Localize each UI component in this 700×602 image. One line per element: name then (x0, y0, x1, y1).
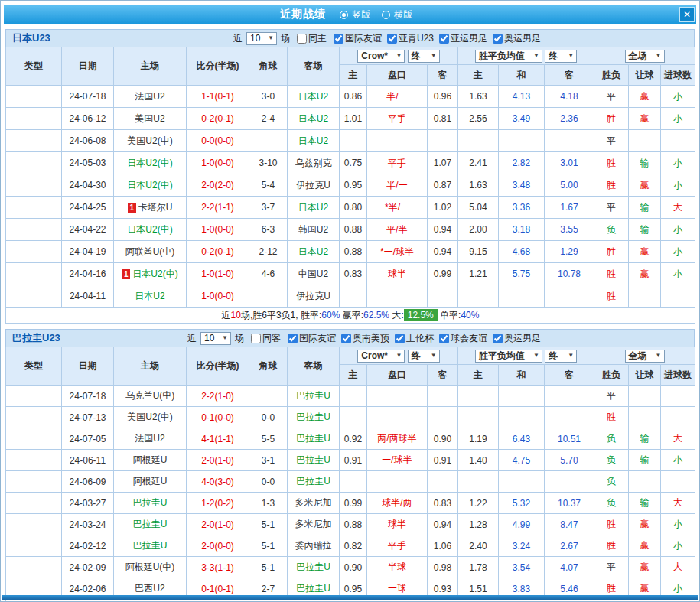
col-header-avg-draw: 和 (499, 365, 545, 386)
cell-avg-home-odds: 1.40 (458, 450, 499, 471)
layout-radio-group: 竖版 横版 (340, 8, 420, 21)
match-count-select[interactable]: 10▼ (246, 32, 277, 45)
chevron-down-icon: ▼ (656, 53, 662, 59)
same-venue-filter[interactable]: 同主 (291, 32, 327, 45)
horizontal-radio[interactable] (382, 11, 390, 19)
league-checkbox[interactable] (387, 34, 397, 44)
league-filter[interactable]: 亚运男足 (434, 32, 487, 45)
cell-avg-home-odds: 2.00 (458, 219, 499, 241)
league-checkbox[interactable] (439, 34, 449, 44)
same-venue-checkbox[interactable] (251, 334, 261, 343)
cell-avg-away-odds: 10.37 (545, 493, 594, 514)
scope-select[interactable]: 全场▼ (625, 50, 665, 63)
cell-handicap: 平手 (367, 152, 428, 174)
cell-handicap-result: 赢 (629, 86, 661, 108)
cell-home-team: 日本U2(中) (114, 219, 187, 241)
league-checkbox[interactable] (395, 334, 405, 343)
cell-match-type: 国际友谊 (6, 285, 62, 308)
red-card-icon: 1 (122, 269, 130, 279)
odds-final-select[interactable]: 终▼ (408, 50, 440, 63)
cell-win-draw-loss: 平 (594, 197, 629, 219)
col-header-avg-away: 客 (545, 65, 594, 86)
cell-win-draw-loss: 胜 (594, 535, 629, 557)
cell-avg-home-odds: 1.22 (458, 493, 499, 514)
cell-away-odds (428, 471, 458, 493)
league-filter[interactable]: 国际友谊 (328, 32, 382, 45)
cell-home-odds: 0.75 (340, 152, 367, 174)
cell-win-draw-loss: 胜 (594, 108, 629, 130)
cell-handicap (367, 407, 428, 428)
col-header-odds-away: 客 (428, 65, 458, 86)
avg-odds-select[interactable]: 胜平负均值▼ (475, 350, 542, 363)
cell-match-type: 国际友谊 (6, 493, 62, 514)
league-filter[interactable]: 奥运男足 (487, 32, 541, 45)
cell-match-type: 亚青U23 (6, 152, 62, 174)
league-checkbox[interactable] (439, 334, 449, 343)
league-checkbox[interactable] (493, 34, 503, 44)
match-row: 奥南美预24-02-12巴拉圭U2-0(0-0)5-1委內瑞拉0.82平手1.0… (6, 535, 695, 557)
cell-handicap-result: 赢 (629, 535, 661, 557)
cell-goals-result (661, 407, 695, 428)
same-venue-filter[interactable]: 同客 (246, 332, 281, 345)
cell-score: 2-2(1-1) (187, 197, 249, 219)
col-header-corner: 角球 (249, 47, 288, 86)
cell-score: 1-0(0-0) (187, 285, 249, 308)
close-icon[interactable]: ✕ (679, 7, 695, 22)
cell-goals-result: 小 (661, 514, 695, 535)
col-header-handicap-result: 让球 (629, 365, 661, 386)
vertical-radio-label[interactable]: 竖版 (352, 8, 370, 21)
league-checkbox[interactable] (288, 334, 298, 343)
col-header-odds-home: 主 (340, 65, 367, 86)
cell-corner-score (249, 130, 288, 152)
cell-avg-away-odds: 2.67 (545, 535, 594, 557)
league-checkbox[interactable] (341, 334, 351, 343)
league-filter[interactable]: 奥南美预 (336, 332, 389, 345)
league-checkbox[interactable] (493, 334, 503, 343)
league-filter[interactable]: 奥运男足 (487, 332, 541, 345)
cell-match-date: 24-06-08 (62, 130, 114, 152)
avg-odds-select[interactable]: 胜平负均值▼ (475, 50, 542, 63)
league-checkbox[interactable] (334, 34, 343, 44)
cell-match-type: 亚青U23 (6, 241, 62, 263)
avg-final-select[interactable]: 终▼ (545, 50, 577, 63)
cell-match-type: 国际友谊 (6, 108, 62, 130)
cell-match-type: 奥南美预 (6, 557, 62, 578)
col-header-result: 胜负 (594, 65, 629, 86)
cell-home-team: 法国U2 (114, 428, 187, 450)
cell-handicap-result (629, 471, 661, 493)
cell-handicap-result (629, 130, 661, 152)
match-row: 亚青U2324-05-03日本U2(中)1-0(0-0)3-10乌兹别克0.75… (6, 152, 695, 174)
cell-win-draw-loss: 胜 (594, 407, 629, 428)
avg-final-select[interactable]: 终▼ (545, 350, 577, 363)
cell-corner-score: 2-12 (249, 241, 288, 263)
cell-home-team: 阿根廷U (114, 471, 187, 493)
match-count-select[interactable]: 10▼ (200, 332, 231, 345)
cell-score: 1-2(0-2) (187, 493, 249, 514)
cell-handicap-result: 赢 (629, 108, 661, 130)
same-venue-checkbox[interactable] (297, 34, 307, 44)
league-filter[interactable]: 土伦杯 (389, 332, 434, 345)
match-row: 国际友谊24-06-08美国U2(中)0-0(0-0)日本U2平 (6, 130, 695, 152)
match-row: 亚青U2324-04-22日本U2(中)1-0(0-0)6-3韩国U20.88平… (6, 219, 695, 241)
cell-goals-result: 小 (661, 263, 695, 285)
col-header-handicap: 盘口 (367, 65, 428, 86)
league-filter[interactable]: 球会友谊 (434, 332, 487, 345)
cell-away-team: 多米尼加 (288, 514, 340, 535)
col-header-avg-away: 客 (545, 365, 594, 386)
odds-company-select[interactable]: Crow*▼ (357, 50, 405, 63)
horizontal-radio-label[interactable]: 横版 (394, 8, 412, 21)
scope-select[interactable]: 全场▼ (625, 350, 665, 363)
league-filter[interactable]: 国际友谊 (282, 332, 336, 345)
league-filter[interactable]: 亚青U23 (382, 32, 434, 45)
odds-final-select[interactable]: 终▼ (408, 350, 440, 363)
cell-handicap-result: 输 (629, 219, 661, 241)
window-title: 近期战绩 (280, 8, 326, 21)
filter-bar: 近 10▼ 场 同客 国际友谊奥南美预土伦杯球会友谊奥运男足 (187, 332, 541, 345)
cell-match-date: 24-02-09 (62, 557, 114, 578)
cell-avg-draw-odds: 3.49 (499, 108, 545, 130)
unit-label: 场 (281, 32, 290, 45)
scope-group-header: 全场▼ (594, 47, 695, 65)
vertical-radio[interactable] (340, 11, 348, 19)
col-header-avg-draw: 和 (499, 65, 545, 86)
odds-company-select[interactable]: Crow*▼ (357, 350, 405, 363)
